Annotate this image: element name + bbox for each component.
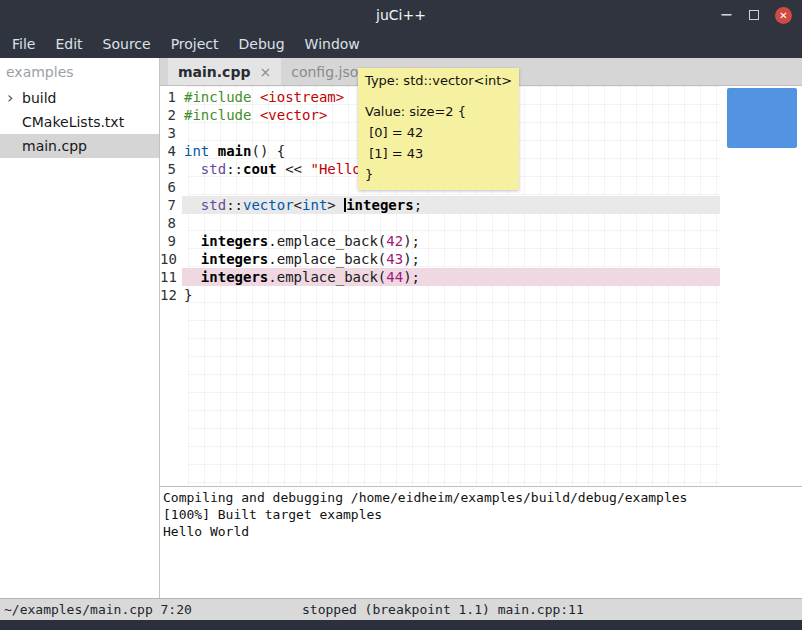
file-panel-title: examples bbox=[0, 58, 159, 86]
code-token: 43 bbox=[386, 251, 403, 267]
title-bar: juCi++ − ✕ bbox=[0, 0, 802, 30]
code-token: int bbox=[302, 197, 327, 213]
debug-value-tooltip: Type: std::vector<int> Value: size=2 { [… bbox=[358, 68, 519, 190]
tree-item-CMakeLists.txt[interactable]: CMakeLists.txt bbox=[0, 110, 159, 134]
code-token: ; bbox=[414, 197, 422, 213]
code-token: integers bbox=[201, 269, 268, 285]
tree-item-main.cpp[interactable]: main.cpp bbox=[0, 134, 159, 158]
code-token: .emplace_back( bbox=[268, 269, 386, 285]
window-controls: − ✕ bbox=[720, 0, 792, 30]
window-bottom-edge bbox=[0, 620, 802, 630]
line-number: 9 bbox=[160, 232, 182, 250]
code-token: cout bbox=[243, 161, 277, 177]
close-tab-icon[interactable]: × bbox=[259, 64, 271, 80]
code-token: ); bbox=[403, 233, 420, 249]
terminal-line: Hello World bbox=[163, 523, 799, 540]
code-token: .emplace_back( bbox=[268, 233, 386, 249]
tree-item-build[interactable]: ›build bbox=[0, 86, 159, 110]
code-token: < bbox=[294, 197, 302, 213]
code-token: 44 bbox=[386, 269, 403, 285]
code-token: :: bbox=[226, 197, 243, 213]
minimize-icon[interactable]: − bbox=[720, 7, 733, 23]
line-number: 1 bbox=[160, 88, 182, 106]
tab-main.cpp[interactable]: main.cpp× bbox=[168, 58, 281, 85]
menu-project[interactable]: Project bbox=[161, 36, 229, 52]
scrollbar-thumb[interactable] bbox=[727, 88, 797, 148]
file-panel: examples ›buildCMakeLists.txtmain.cpp bbox=[0, 58, 160, 598]
code-line-8[interactable]: 8 bbox=[160, 214, 720, 232]
code-token: } bbox=[184, 287, 192, 303]
tooltip-value-line: [0] = 42 bbox=[365, 122, 512, 143]
line-number: 11 bbox=[160, 268, 182, 286]
line-number: 5 bbox=[160, 160, 182, 178]
menu-edit[interactable]: Edit bbox=[45, 36, 92, 52]
code-token: 42 bbox=[386, 233, 403, 249]
code-token: std bbox=[201, 197, 226, 213]
cursor-position-status: ~/examples/main.cpp 7:20 bbox=[0, 602, 192, 617]
line-number: 4 bbox=[160, 142, 182, 160]
restore-icon[interactable] bbox=[749, 10, 759, 20]
code-token: ); bbox=[403, 251, 420, 267]
code-text: } bbox=[182, 286, 720, 304]
line-number: 2 bbox=[160, 106, 182, 124]
close-icon[interactable]: ✕ bbox=[775, 7, 792, 24]
code-token bbox=[251, 107, 259, 123]
code-text: integers.emplace_back(44); bbox=[182, 268, 720, 286]
code-text: integers.emplace_back(43); bbox=[182, 250, 720, 268]
code-line-10[interactable]: 10 integers.emplace_back(43); bbox=[160, 250, 720, 268]
tooltip-value-line: } bbox=[365, 164, 512, 185]
tab-label: main.cpp bbox=[178, 64, 250, 80]
code-token bbox=[184, 269, 201, 285]
code-token: :: bbox=[226, 161, 243, 177]
tree-item-label: CMakeLists.txt bbox=[22, 114, 124, 130]
window-title: juCi++ bbox=[376, 7, 426, 23]
code-line-12[interactable]: 12} bbox=[160, 286, 720, 304]
chevron-right-icon[interactable]: › bbox=[7, 86, 13, 110]
debug-status: stopped (breakpoint 1.1) main.cpp:11 bbox=[302, 602, 584, 617]
tooltip-type-line: Type: std::vector<int> bbox=[365, 73, 512, 88]
code-text bbox=[182, 214, 720, 232]
code-token: <iostream> bbox=[260, 89, 344, 105]
code-token: main bbox=[218, 143, 252, 159]
code-text: integers.emplace_back(42); bbox=[182, 232, 720, 250]
menu-file[interactable]: File bbox=[2, 36, 45, 52]
line-number: 7 bbox=[160, 196, 182, 214]
code-token bbox=[184, 233, 201, 249]
code-token: #include bbox=[184, 89, 251, 105]
line-number: 12 bbox=[160, 286, 182, 304]
menu-bar: FileEditSourceProjectDebugWindow bbox=[0, 30, 802, 58]
code-token: #include bbox=[184, 107, 251, 123]
menu-source[interactable]: Source bbox=[93, 36, 161, 52]
status-bar: ~/examples/main.cpp 7:20 stopped (breakp… bbox=[0, 598, 802, 620]
terminal-line: [100%] Built target examples bbox=[163, 506, 799, 523]
tree-item-label: main.cpp bbox=[22, 138, 87, 154]
menu-debug[interactable]: Debug bbox=[229, 36, 295, 52]
code-token: ); bbox=[403, 269, 420, 285]
tooltip-value-block: Value: size=2 { [0] = 42 [1] = 43} bbox=[365, 101, 512, 185]
code-line-11[interactable]: 11 integers.emplace_back(44); bbox=[160, 268, 720, 286]
tree-item-label: build bbox=[22, 90, 56, 106]
code-token: vector bbox=[243, 197, 294, 213]
code-token bbox=[184, 251, 201, 267]
code-token bbox=[184, 161, 201, 177]
tooltip-value-line: Value: size=2 { bbox=[365, 101, 512, 122]
code-token: << bbox=[277, 161, 311, 177]
code-token: integers bbox=[201, 233, 268, 249]
tab-label: config.json bbox=[291, 64, 367, 80]
code-token bbox=[184, 197, 201, 213]
code-token: std bbox=[201, 161, 226, 177]
code-token bbox=[209, 143, 217, 159]
code-token: integers bbox=[201, 251, 268, 267]
terminal-output: Compiling and debugging /home/eidheim/ex… bbox=[160, 486, 802, 598]
line-number: 3 bbox=[160, 124, 182, 142]
code-token: () { bbox=[251, 143, 285, 159]
line-number: 10 bbox=[160, 250, 182, 268]
code-token: integers bbox=[346, 197, 413, 213]
code-token: > bbox=[327, 197, 344, 213]
code-token bbox=[251, 89, 259, 105]
line-number: 6 bbox=[160, 178, 182, 196]
code-line-9[interactable]: 9 integers.emplace_back(42); bbox=[160, 232, 720, 250]
line-number: 8 bbox=[160, 214, 182, 232]
menu-window[interactable]: Window bbox=[295, 36, 370, 52]
code-line-7[interactable]: 7 std::vector<int> integers; bbox=[160, 196, 720, 214]
